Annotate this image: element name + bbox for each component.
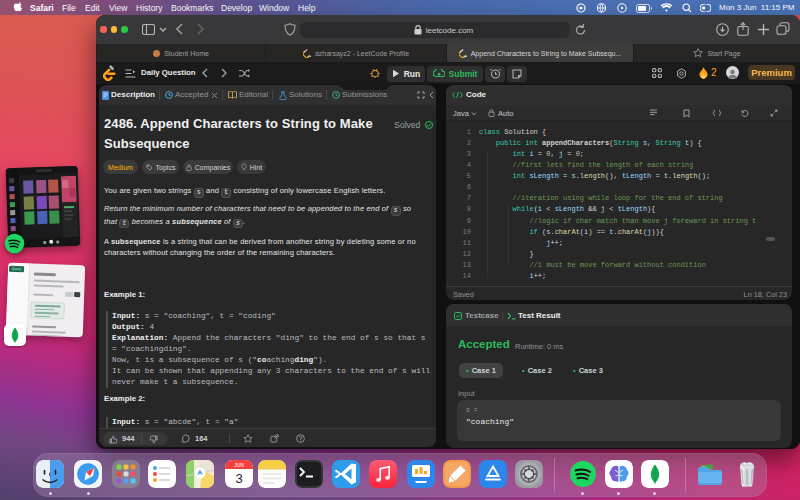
svg-text:JUN: JUN — [234, 462, 244, 468]
svg-text:3: 3 — [235, 471, 242, 486]
